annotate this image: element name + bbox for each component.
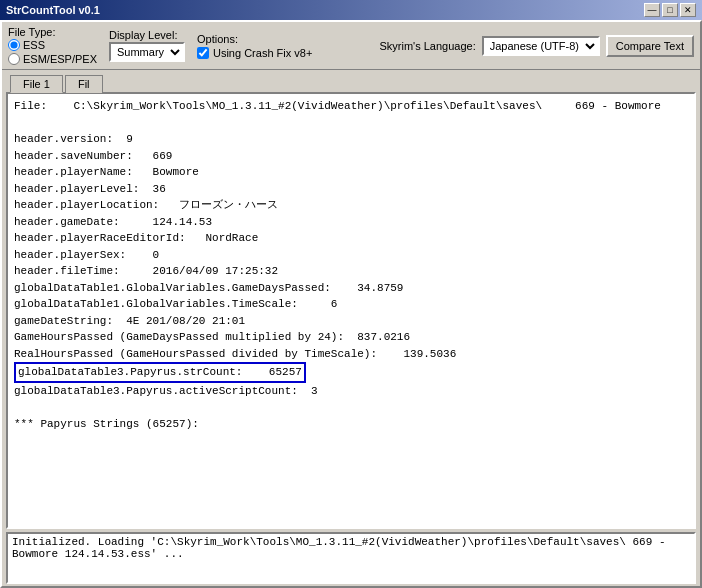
display-level-select[interactable]: Summary Normal Verbose [109,42,185,62]
language-group: Skyrim's Language: Japanese (UTF-8) Engl… [379,35,694,57]
status-bar: Initialized. Loading 'C:\Skyrim_Work\Too… [6,532,696,584]
window-title: StrCountTool v0.1 [6,4,100,16]
esm-radio-label[interactable]: ESM/ESP/PEX [8,53,97,65]
language-label: Skyrim's Language: [379,40,475,52]
tab-fil[interactable]: Fil [65,75,103,93]
tab-bar: File 1 Fil [6,72,696,92]
window-controls: — □ ✕ [644,3,696,17]
esm-radio[interactable] [8,53,20,65]
file-content-area[interactable]: File: C:\Skyrim_Work\Tools\MO_1.3.11_#2(… [8,94,694,527]
file-panel-wrapper: File 1 Fil File: C:\Skyrim_Work\Tools\MO… [6,72,696,529]
display-level-label: Display Level: [109,29,185,41]
crash-fix-checkbox-label[interactable]: Using Crash Fix v8+ [197,47,312,59]
close-button[interactable]: ✕ [680,3,696,17]
esm-radio-text: ESM/ESP/PEX [23,53,97,65]
ess-radio[interactable] [8,39,20,51]
options-label: Options: [197,33,312,45]
tab-file1[interactable]: File 1 [10,75,63,93]
file-type-group: File Type: ESS ESM/ESP/PEX [8,26,97,65]
display-level-group: Display Level: Summary Normal Verbose [109,29,185,62]
minimize-button[interactable]: — [644,3,660,17]
crash-fix-text: Using Crash Fix v8+ [213,47,312,59]
title-bar: StrCountTool v0.1 — □ ✕ [0,0,702,20]
main-window: File Type: ESS ESM/ESP/PEX Display Level… [0,20,702,588]
file-type-label: File Type: [8,26,97,38]
ess-radio-text: ESS [23,39,45,51]
options-group: Options: Using Crash Fix v8+ [197,33,312,59]
crash-fix-checkbox[interactable] [197,47,209,59]
highlight-strcount: globalDataTable3.Papyrus.strCount: 65257 [14,362,306,383]
ess-radio-label[interactable]: ESS [8,39,97,51]
file-panel: File: C:\Skyrim_Work\Tools\MO_1.3.11_#2(… [6,92,696,529]
language-select[interactable]: Japanese (UTF-8) English German [482,36,600,56]
toolbar: File Type: ESS ESM/ESP/PEX Display Level… [2,22,700,70]
compare-text-button[interactable]: Compare Text [606,35,694,57]
maximize-button[interactable]: □ [662,3,678,17]
file-type-radio-group: ESS ESM/ESP/PEX [8,39,97,65]
content-area: File 1 Fil File: C:\Skyrim_Work\Tools\MO… [2,70,700,586]
